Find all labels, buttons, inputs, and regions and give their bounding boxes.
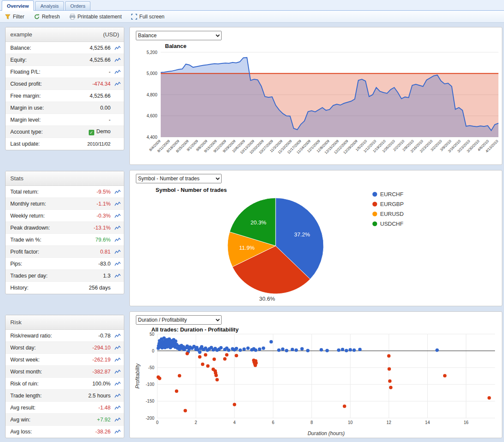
row-label: Risk/reward ratio: xyxy=(10,333,52,339)
table-row: Weekly return:-0.3% xyxy=(6,210,124,222)
left-column: example (USD) Balance:4,525.66Equity:4,5… xyxy=(5,27,124,438)
table-row: Trade win %:79.6% xyxy=(6,234,124,246)
stats-panel-header: Stats xyxy=(6,171,124,186)
row-value: ✓Demo xyxy=(43,128,111,135)
svg-text:8: 8 xyxy=(310,420,313,425)
row-label: Total return: xyxy=(10,189,39,195)
table-row: Avg result:-1.48 xyxy=(6,402,124,414)
row-chart-icon[interactable] xyxy=(112,357,121,362)
table-row: Margin level:- xyxy=(6,114,124,126)
row-chart-icon[interactable] xyxy=(112,213,121,218)
row-value: -9.5% xyxy=(39,189,111,195)
legend-swatch xyxy=(372,192,377,197)
row-label: Free margin: xyxy=(10,93,41,99)
row-chart-icon[interactable] xyxy=(112,45,121,51)
refresh-button[interactable]: Refresh xyxy=(33,13,61,21)
table-row: Pips:-83.0 xyxy=(6,258,124,270)
row-chart-icon[interactable] xyxy=(112,273,121,278)
row-chart-icon[interactable] xyxy=(112,201,121,206)
stats-rows: Total return:-9.5%Monthly return:-1.1%We… xyxy=(6,186,124,294)
row-chart-icon[interactable] xyxy=(112,333,121,338)
row-label: Account type: xyxy=(10,129,43,135)
svg-text:-50: -50 xyxy=(148,365,155,370)
svg-text:0: 0 xyxy=(152,349,154,353)
account-panel: example (USD) Balance:4,525.66Equity:4,5… xyxy=(5,27,124,150)
svg-text:0: 0 xyxy=(156,420,159,425)
page: Overview Analysis Orders Filter Refresh … xyxy=(0,0,504,438)
row-chart-icon[interactable] xyxy=(112,189,121,194)
row-value: -382.87 xyxy=(42,369,111,375)
svg-text:4: 4 xyxy=(233,420,236,425)
fullscreen-button-label: Full screen xyxy=(139,14,165,20)
row-chart-icon[interactable] xyxy=(112,417,121,422)
row-chart-icon[interactable] xyxy=(112,237,121,242)
row-label: Closed profit: xyxy=(10,81,42,87)
tab-analysis[interactable]: Analysis xyxy=(35,1,64,10)
svg-text:6: 6 xyxy=(272,420,274,425)
row-label: Avg win: xyxy=(10,417,30,423)
row-chart-icon[interactable] xyxy=(112,261,121,266)
risk-panel-title: Risk xyxy=(10,319,21,326)
row-chart-icon[interactable] xyxy=(112,369,121,374)
balance-chart-select[interactable]: Balance xyxy=(136,31,222,40)
row-value: -262.19 xyxy=(40,357,111,363)
row-value: 100.0% xyxy=(39,381,111,387)
row-value: -83.0 xyxy=(22,261,111,267)
row-label: Profit factor: xyxy=(10,249,39,255)
tab-overview[interactable]: Overview xyxy=(2,0,34,11)
table-row: Floating P/L:- xyxy=(6,66,124,78)
row-chart-icon[interactable] xyxy=(112,393,121,398)
refresh-button-label: Refresh xyxy=(42,14,60,20)
tab-orders[interactable]: Orders xyxy=(65,1,90,10)
table-row: Equity:4,525.66 xyxy=(6,54,124,66)
printable-statement-button[interactable]: Printable statement xyxy=(68,13,123,21)
row-value: 4,525.66 xyxy=(41,93,111,99)
row-chart-icon[interactable] xyxy=(112,405,121,410)
svg-text:-200: -200 xyxy=(146,416,154,421)
row-value: -1.1% xyxy=(46,201,111,207)
table-row: Balance:4,525.66 xyxy=(6,42,124,54)
tab-analysis-label: Analysis xyxy=(40,3,59,9)
refresh-icon xyxy=(34,14,40,20)
svg-text:4,600: 4,600 xyxy=(147,113,157,118)
row-chart-icon[interactable] xyxy=(112,69,121,75)
fullscreen-button[interactable]: Full screen xyxy=(130,13,166,21)
row-chart-icon[interactable] xyxy=(112,81,121,87)
row-label: Worst day: xyxy=(10,345,36,351)
row-value: 4,525.66 xyxy=(31,45,111,51)
risk-rows: Risk/reward ratio:-0.78Worst day:-294.10… xyxy=(6,330,124,438)
scatter-chart-select[interactable]: Duration / Profitability xyxy=(136,315,222,325)
row-label: Trade win %: xyxy=(10,237,41,243)
tab-bar: Overview Analysis Orders xyxy=(0,0,504,11)
legend-label: EURGBP xyxy=(380,201,404,207)
pie-chart-select[interactable]: Symbol - Number of trades xyxy=(136,174,222,183)
row-chart-icon[interactable] xyxy=(112,225,121,230)
row-chart-icon[interactable] xyxy=(112,381,121,386)
row-chart-icon[interactable] xyxy=(112,345,121,350)
legend-swatch xyxy=(372,202,377,206)
row-label: Peak drawdown: xyxy=(10,225,50,231)
row-chart-icon[interactable] xyxy=(112,249,121,254)
demo-check-icon: ✓ xyxy=(89,130,94,135)
row-chart-icon[interactable] xyxy=(112,57,121,63)
svg-text:16: 16 xyxy=(464,420,469,425)
row-value: -0.78 xyxy=(52,333,111,339)
filter-button[interactable]: Filter xyxy=(3,13,26,21)
row-label: Risk of ruin: xyxy=(10,381,39,387)
row-chart-icon[interactable] xyxy=(112,429,121,434)
table-row: Risk of ruin:100.0% xyxy=(6,378,124,390)
row-label: Monthly return: xyxy=(10,201,46,207)
row-label: Trade length: xyxy=(10,393,42,399)
scatter-chart-card: Duration / Profitability 024681012141650… xyxy=(129,311,502,438)
row-value: -13.1% xyxy=(50,225,111,231)
svg-text:Profitability: Profitability xyxy=(135,363,141,389)
table-row: Free margin:4,525.66 xyxy=(6,90,124,102)
table-row: Worst week:-262.19 xyxy=(6,354,124,366)
table-row: Last update:2010/11/02 xyxy=(6,138,124,150)
balance-chart: 5,2005,0004,8004,6004,4008/4/20098/11/20… xyxy=(134,42,502,164)
row-value: -294.10 xyxy=(36,345,111,351)
pie-chart: 37.2%30.6%11.9%20.3%Symbol - Number of t… xyxy=(134,185,502,306)
legend-label: USDCHF xyxy=(380,221,403,227)
row-value: 4,525.66 xyxy=(27,57,111,63)
scatter-chart: 0246810121416500-50-100-150-200All trade… xyxy=(134,326,502,438)
